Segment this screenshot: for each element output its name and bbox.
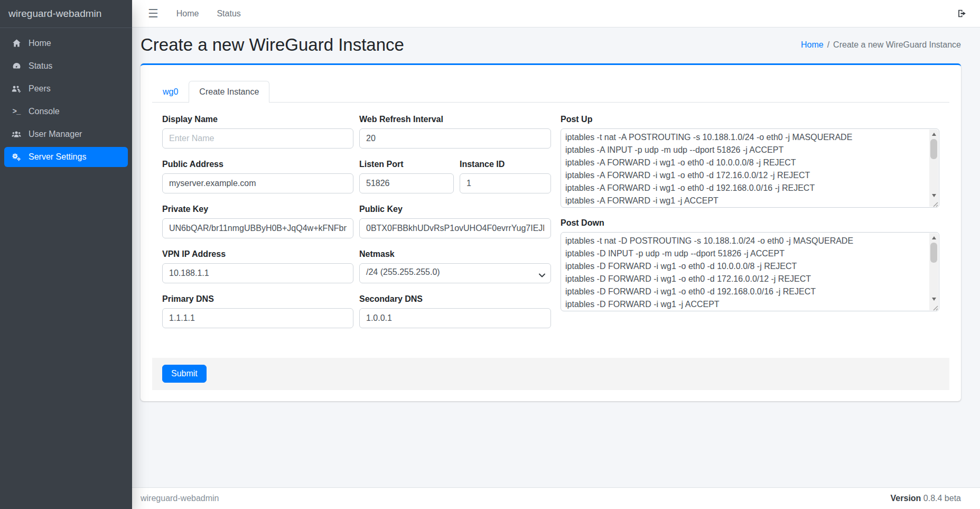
display-name-label: Display Name bbox=[162, 115, 353, 124]
form-column-3: Post Up iptables -t nat -A POSTROUTING -… bbox=[561, 115, 939, 339]
public-address-field[interactable] bbox=[162, 173, 353, 193]
scrollbar-thumb[interactable] bbox=[930, 243, 937, 263]
post-up-scrollbar[interactable] bbox=[929, 129, 938, 207]
sidebar-item-label: Status bbox=[29, 61, 52, 71]
breadcrumb: Home/Create a new WireGuard Instance bbox=[801, 40, 961, 50]
netmask-label: Netmask bbox=[359, 249, 551, 259]
content-wrapper: Create a new WireGuard Instance Home/Cre… bbox=[132, 27, 980, 487]
submit-band: Submit bbox=[152, 358, 949, 390]
netmask-selected-value: /24 (255.255.255.0) bbox=[366, 267, 440, 276]
post-up-content: iptables -t nat -A POSTROUTING -s 10.188… bbox=[562, 130, 929, 206]
tab-wg0[interactable]: wg0 bbox=[152, 81, 189, 103]
scroll-up-arrow-icon[interactable] bbox=[929, 233, 938, 242]
tab-create-instance[interactable]: Create Instance bbox=[189, 81, 269, 103]
sidebar-item-label: Console bbox=[29, 107, 60, 116]
page-footer: wireguard-webadmin Version 0.8.4 beta bbox=[132, 487, 980, 509]
form-column-1: Display Name Public Address Private Key bbox=[162, 115, 353, 339]
page-title: Create a new WireGuard Instance bbox=[141, 35, 404, 55]
primary-dns-field[interactable] bbox=[162, 308, 353, 328]
navbar-link-home[interactable]: Home bbox=[176, 9, 199, 18]
sidebar-item-label: User Manager bbox=[29, 129, 82, 139]
submit-button[interactable]: Submit bbox=[162, 365, 207, 383]
hamburger-menu-icon[interactable]: ☰ bbox=[148, 8, 158, 20]
secondary-dns-label: Secondary DNS bbox=[359, 294, 551, 304]
private-key-label: Private Key bbox=[162, 205, 353, 214]
scrollbar-thumb[interactable] bbox=[930, 139, 937, 159]
sidebar-item-label: Home bbox=[29, 39, 51, 48]
version-label: Version bbox=[891, 494, 921, 503]
top-navbar: ☰ Home Status bbox=[132, 0, 980, 27]
textarea-resize-grip[interactable] bbox=[931, 303, 938, 310]
listen-port-field[interactable] bbox=[359, 173, 454, 193]
chevron-down-icon bbox=[539, 270, 545, 280]
sidebar-item-status[interactable]: Status bbox=[4, 56, 128, 76]
sidebar: wireguard-webadmin Home Status Peers bbox=[0, 0, 132, 509]
secondary-dns-field[interactable] bbox=[359, 308, 551, 328]
instance-form: Display Name Public Address Private Key bbox=[162, 115, 939, 339]
version-text: Version 0.8.4 beta bbox=[891, 494, 961, 503]
vpn-ip-label: VPN IP Address bbox=[162, 249, 353, 259]
textarea-resize-grip[interactable] bbox=[931, 200, 938, 207]
post-down-content: iptables -t nat -D POSTROUTING -s 10.188… bbox=[562, 234, 929, 310]
listen-port-label: Listen Port bbox=[359, 160, 454, 169]
users-icon bbox=[8, 130, 24, 138]
navbar-link-status[interactable]: Status bbox=[217, 9, 240, 18]
netmask-select[interactable]: /24 (255.255.255.0) bbox=[359, 263, 551, 283]
app-layout: wireguard-webadmin Home Status Peers bbox=[0, 0, 980, 509]
vpn-ip-field[interactable] bbox=[162, 263, 353, 283]
home-icon bbox=[8, 39, 24, 48]
public-address-label: Public Address bbox=[162, 160, 353, 169]
public-key-field[interactable] bbox=[359, 218, 551, 238]
instance-id-label: Instance ID bbox=[460, 160, 551, 169]
scroll-up-arrow-icon[interactable] bbox=[929, 129, 938, 138]
private-key-field[interactable] bbox=[162, 218, 353, 238]
terminal-icon: >_ bbox=[8, 107, 24, 116]
sidebar-item-console[interactable]: >_ Console bbox=[4, 101, 128, 122]
sidebar-item-peers[interactable]: Peers bbox=[4, 79, 128, 99]
sidebar-item-label: Peers bbox=[29, 84, 51, 94]
scroll-down-arrow-icon[interactable] bbox=[929, 191, 938, 200]
main-area: ☰ Home Status Create a new WireGuard Ins… bbox=[132, 0, 980, 509]
post-up-label: Post Up bbox=[561, 115, 939, 124]
footer-brand: wireguard-webadmin bbox=[141, 494, 219, 503]
form-column-2: Web Refresh Interval Listen Port Instanc… bbox=[359, 115, 551, 339]
web-refresh-interval-label: Web Refresh Interval bbox=[359, 115, 551, 124]
version-value: 0.8.4 beta bbox=[923, 494, 961, 503]
sidebar-item-home[interactable]: Home bbox=[4, 33, 128, 53]
post-down-textarea[interactable]: iptables -t nat -D POSTROUTING -s 10.188… bbox=[561, 232, 939, 311]
sidebar-menu: Home Status Peers >_ Console bbox=[0, 28, 132, 175]
gauge-icon bbox=[8, 62, 24, 70]
primary-dns-label: Primary DNS bbox=[162, 294, 353, 304]
breadcrumb-home-link[interactable]: Home bbox=[801, 40, 824, 49]
display-name-field[interactable] bbox=[162, 128, 353, 149]
sidebar-item-label: Server Settings bbox=[29, 152, 86, 162]
tab-bar: wg0 Create Instance bbox=[152, 81, 949, 103]
sidebar-item-user-manager[interactable]: User Manager bbox=[4, 124, 128, 144]
page-header: Create a new WireGuard Instance Home/Cre… bbox=[141, 35, 961, 55]
breadcrumb-separator: / bbox=[827, 40, 829, 49]
post-down-scrollbar[interactable] bbox=[929, 233, 938, 310]
instance-card: wg0 Create Instance Display Name Public … bbox=[141, 63, 961, 401]
logout-icon[interactable] bbox=[957, 9, 967, 18]
post-up-textarea[interactable]: iptables -t nat -A POSTROUTING -s 10.188… bbox=[561, 128, 939, 208]
instance-id-field[interactable] bbox=[460, 173, 551, 193]
scroll-down-arrow-icon[interactable] bbox=[929, 294, 938, 303]
breadcrumb-current: Create a new WireGuard Instance bbox=[833, 40, 961, 49]
sidebar-item-server-settings[interactable]: Server Settings bbox=[4, 147, 128, 167]
sidebar-brand: wireguard-webadmin bbox=[0, 0, 132, 28]
post-down-label: Post Down bbox=[561, 218, 939, 228]
gears-icon bbox=[8, 153, 24, 161]
users-gear-icon bbox=[8, 85, 24, 93]
web-refresh-interval-field[interactable] bbox=[359, 128, 551, 149]
public-key-label: Public Key bbox=[359, 205, 551, 214]
